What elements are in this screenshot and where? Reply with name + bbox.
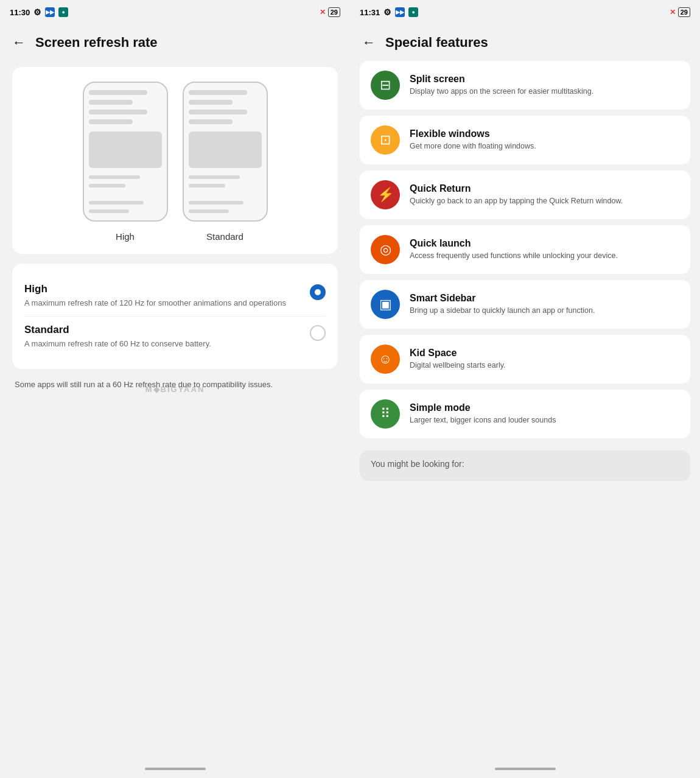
left-status-left: 11:30 ⚙ ▶▶ ●: [10, 7, 68, 17]
right-status-left: 11:31 ⚙ ▶▶ ●: [360, 7, 418, 17]
phone-previews: [83, 82, 268, 222]
right-back-button[interactable]: ←: [362, 35, 376, 51]
preview-card: High Standard: [12, 67, 338, 254]
kid-space-name: Kid Space: [410, 348, 679, 359]
left-back-button[interactable]: ←: [12, 35, 26, 51]
right-panel: 11:31 ⚙ ▶▶ ● ✕ 29 ← Special features ⊟: [350, 0, 700, 778]
mock-line: [89, 90, 147, 95]
kid-space-desc: Digital wellbeing starts early.: [410, 360, 679, 371]
kid-space-icon: ☺: [371, 345, 400, 374]
option-standard-name: Standard: [24, 324, 303, 336]
smart-sidebar-name: Smart Sidebar: [410, 293, 679, 304]
right-icon-blue: ▶▶: [395, 7, 405, 17]
left-time: 11:30: [10, 8, 30, 17]
left-icon-teal: ●: [58, 7, 68, 17]
feature-simple-mode[interactable]: ⠿ Simple mode Larger text, bigger icons …: [360, 390, 690, 438]
label-high: High: [83, 231, 168, 242]
options-card: High A maximum refresh rate of 120 Hz fo…: [12, 264, 338, 369]
left-icon-blue: ▶▶: [45, 7, 55, 17]
mock-line-sm: [189, 201, 243, 205]
split-screen-name: Split screen: [410, 74, 679, 85]
option-standard-desc: A maximum refresh rate of 60 Hz to conse…: [24, 338, 303, 349]
left-bottom-bar: [0, 760, 350, 778]
feature-split-screen[interactable]: ⊟ Split screen Display two apps on the s…: [360, 61, 690, 110]
right-status-right: ✕ 29: [670, 7, 690, 17]
feature-kid-space[interactable]: ☺ Kid Space Digital wellbeing starts ear…: [360, 335, 690, 384]
mock-rect: [189, 131, 262, 168]
right-battery: 29: [678, 7, 690, 17]
mock-line-sm: [89, 201, 144, 205]
option-high-name: High: [24, 283, 303, 295]
left-status-bar: 11:30 ⚙ ▶▶ ● ✕ 29: [0, 0, 350, 24]
flexible-windows-desc: Get more done with floating windows.: [410, 141, 679, 152]
flexible-windows-info: Flexible windows Get more done with floa…: [410, 128, 679, 152]
mock-line: [189, 110, 247, 114]
phone-mock-standard[interactable]: [183, 82, 268, 222]
left-battery: 29: [328, 7, 340, 17]
option-standard-text: Standard A maximum refresh rate of 60 Hz…: [24, 324, 303, 349]
option-high-text: High A maximum refresh rate of 120 Hz fo…: [24, 283, 303, 309]
left-status-right: ✕ 29: [320, 7, 340, 17]
simple-mode-icon: ⠿: [371, 399, 400, 429]
right-battery-x: ✕: [670, 8, 676, 16]
left-header: ← Screen refresh rate: [0, 24, 350, 61]
feature-smart-sidebar[interactable]: ▣ Smart Sidebar Bring up a sidebar to qu…: [360, 280, 690, 329]
mock-line: [89, 119, 133, 124]
right-page-title: Special features: [385, 35, 488, 51]
split-screen-icon: ⊟: [371, 71, 400, 100]
quick-launch-desc: Access frequently used functions while u…: [410, 251, 679, 262]
mock-line-sm: [189, 184, 225, 187]
right-gear-icon: ⚙: [383, 7, 391, 17]
left-battery-x: ✕: [320, 8, 326, 16]
footer-note: Some apps will still run at a 60 Hz refr…: [12, 379, 338, 391]
quick-return-info: Quick Return Quickly go back to an app b…: [410, 183, 679, 207]
mock-line: [189, 90, 247, 95]
feature-flexible-windows[interactable]: ⊡ Flexible windows Get more done with fl…: [360, 116, 690, 164]
mock-line: [189, 100, 233, 105]
left-content: High Standard High A maximum refresh rat…: [0, 61, 350, 760]
left-home-indicator: [145, 768, 206, 770]
right-bottom-bar: [350, 760, 700, 778]
radio-high-inner: [315, 289, 321, 295]
phone-mock-high[interactable]: [83, 82, 168, 222]
mock-line-sm: [189, 209, 229, 213]
quick-return-desc: Quickly go back to an app by tapping the…: [410, 196, 679, 207]
left-battery-num: 29: [331, 9, 338, 16]
feature-quick-return[interactable]: ⚡ Quick Return Quickly go back to an app…: [360, 170, 690, 219]
left-page-title: Screen refresh rate: [35, 35, 158, 51]
smart-sidebar-info: Smart Sidebar Bring up a sidebar to quic…: [410, 293, 679, 317]
mock-line-sm: [89, 184, 125, 187]
flexible-windows-name: Flexible windows: [410, 128, 679, 139]
right-status-bar: 11:31 ⚙ ▶▶ ● ✕ 29: [350, 0, 700, 24]
quick-return-name: Quick Return: [410, 183, 679, 194]
mock-line: [189, 119, 233, 124]
flexible-windows-icon: ⊡: [371, 125, 400, 155]
mock-line: [89, 110, 147, 114]
simple-mode-info: Simple mode Larger text, bigger icons an…: [410, 402, 679, 426]
option-high[interactable]: High A maximum refresh rate of 120 Hz fo…: [24, 276, 326, 316]
left-gear-icon: ⚙: [33, 7, 41, 17]
right-time: 11:31: [360, 8, 380, 17]
right-icon-teal: ●: [408, 7, 418, 17]
option-high-desc: A maximum refresh rate of 120 Hz for smo…: [24, 298, 303, 309]
feature-list: ⊟ Split screen Display two apps on the s…: [360, 61, 690, 481]
quick-return-icon: ⚡: [371, 180, 400, 209]
split-screen-desc: Display two apps on the screen for easie…: [410, 86, 679, 97]
smart-sidebar-desc: Bring up a sidebar to quickly launch an …: [410, 306, 679, 317]
mock-line-sm: [89, 175, 140, 179]
right-battery-num: 29: [681, 9, 688, 16]
radio-standard[interactable]: [310, 325, 326, 341]
quick-launch-info: Quick launch Access frequently used func…: [410, 238, 679, 262]
kid-space-info: Kid Space Digital wellbeing starts early…: [410, 348, 679, 371]
radio-high[interactable]: [310, 284, 326, 300]
right-home-indicator: [495, 768, 556, 770]
simple-mode-name: Simple mode: [410, 402, 679, 413]
phone-label-row: High Standard: [83, 231, 268, 242]
looking-for-title: You might be looking for:: [371, 459, 679, 469]
mock-line-sm: [189, 175, 240, 179]
feature-quick-launch[interactable]: ◎ Quick launch Access frequently used fu…: [360, 225, 690, 274]
simple-mode-desc: Larger text, bigger icons and louder sou…: [410, 415, 679, 426]
option-standard[interactable]: Standard A maximum refresh rate of 60 Hz…: [24, 316, 326, 357]
right-content: ⊟ Split screen Display two apps on the s…: [350, 61, 700, 760]
quick-launch-name: Quick launch: [410, 238, 679, 249]
